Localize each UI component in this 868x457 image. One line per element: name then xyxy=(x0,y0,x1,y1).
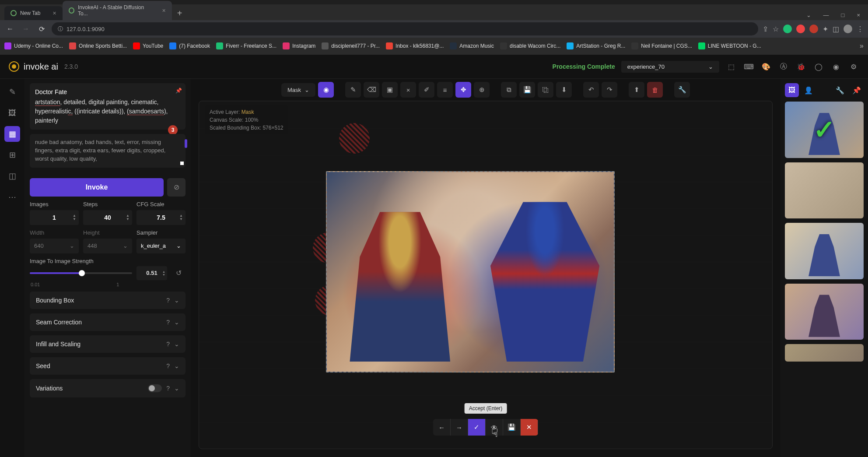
eraser-tool-button[interactable]: ⌫ xyxy=(364,82,379,98)
bug-icon[interactable]: 🐞 xyxy=(795,61,807,72)
model-selector[interactable]: experience_70 ⌄ xyxy=(621,61,719,73)
browser-tab[interactable]: New Tab × xyxy=(4,6,63,20)
bookmark-item[interactable]: Online Sports Betti... xyxy=(69,42,127,49)
save-staging-button[interactable]: 💾 xyxy=(503,419,521,436)
keyboard-icon[interactable]: ⌨ xyxy=(743,61,754,72)
postprocess-tab[interactable]: ◫ xyxy=(4,168,20,184)
canvas-viewport[interactable]: Active Layer: Mask Canvas Scale: 100% Sc… xyxy=(199,101,773,449)
copy-canvas-button[interactable]: ⿻ xyxy=(538,82,553,98)
reset-view-button[interactable]: ⊕ xyxy=(474,82,490,98)
bounding-box-accordion[interactable]: Bounding Box?⌄ xyxy=(30,292,186,309)
variations-accordion[interactable]: Variations?⌄ xyxy=(30,379,186,397)
download-button[interactable]: ⬇ xyxy=(556,82,572,98)
training-tab[interactable]: ⋯ xyxy=(4,189,20,205)
gallery-thumbnail[interactable] xyxy=(785,102,864,158)
images-input[interactable]: 1▲▼ xyxy=(30,210,79,225)
unified-canvas-tab[interactable]: ▦ xyxy=(4,126,20,142)
negative-prompt-input[interactable]: nude bad anatomy, bad hands, text, error… xyxy=(30,134,186,168)
menu-icon[interactable]: ⋮ xyxy=(857,25,864,33)
github-icon[interactable]: ◯ xyxy=(813,61,824,72)
lines-icon[interactable]: ≡ xyxy=(437,82,453,98)
img2img-tab[interactable]: 🖼 xyxy=(4,105,20,121)
width-select[interactable]: 640⌄ xyxy=(30,239,79,253)
stepper-icon[interactable]: ▲▼ xyxy=(126,214,130,221)
slider-thumb[interactable] xyxy=(79,270,85,276)
close-icon[interactable]: × xyxy=(162,7,165,14)
reset-strength-button[interactable]: ↺ xyxy=(172,266,186,280)
bookmark-item[interactable]: discipleneil777 - Pr... xyxy=(322,42,380,49)
extension-icon[interactable] xyxy=(809,25,818,33)
mask-toggle-button[interactable]: ◉ xyxy=(318,82,334,98)
bookmark-item[interactable]: LINE WEBTOON - G... xyxy=(698,42,761,49)
help-icon[interactable]: ? xyxy=(166,362,170,369)
minimize-icon[interactable]: — xyxy=(819,10,833,20)
share-icon[interactable]: ⇪ xyxy=(763,25,768,33)
variations-toggle[interactable] xyxy=(148,384,162,392)
cube-icon[interactable]: ⬚ xyxy=(725,61,737,72)
discard-staging-button[interactable]: ✕ xyxy=(521,419,538,436)
layer-select[interactable]: Mask⌄ xyxy=(281,83,315,97)
gallery-user-tab[interactable]: 👤 xyxy=(802,83,816,97)
bookmark-item[interactable]: Inbox - klk56831@... xyxy=(386,42,444,49)
bookmark-item[interactable]: ArtStation - Greg R... xyxy=(567,42,625,49)
brush-tool-button[interactable]: ✎ xyxy=(345,82,361,98)
generated-image[interactable] xyxy=(326,171,615,373)
url-input[interactable]: ⓘ 127.0.0.1:9090 xyxy=(52,22,758,35)
gallery-settings-icon[interactable]: 🔧 xyxy=(833,83,847,97)
scrollbar-thumb[interactable] xyxy=(185,139,187,148)
undo-button[interactable]: ↶ xyxy=(583,82,599,98)
seed-accordion[interactable]: Seed?⌄ xyxy=(30,357,186,375)
reload-button[interactable]: ⟳ xyxy=(36,23,47,35)
gallery-thumbnail[interactable] xyxy=(785,223,864,279)
avatar-icon[interactable] xyxy=(844,25,852,33)
gallery-thumbnail[interactable] xyxy=(785,344,864,362)
info-icon[interactable]: ⓘ xyxy=(58,25,63,33)
forward-button[interactable]: → xyxy=(20,23,32,35)
strength-slider[interactable] xyxy=(30,272,132,274)
bookmark-item[interactable]: disable Wacom Circ... xyxy=(500,42,560,49)
language-icon[interactable]: Ⓐ xyxy=(778,61,789,72)
merge-button[interactable]: ⧉ xyxy=(501,82,517,98)
bookmark-item[interactable]: YouTube xyxy=(133,42,163,49)
accept-staging-button[interactable]: ✓ xyxy=(468,419,486,436)
help-icon[interactable]: ? xyxy=(166,341,170,348)
toggle-show-button[interactable]: 👁 xyxy=(486,419,503,436)
new-tab-button[interactable]: + xyxy=(172,7,188,20)
prev-staging-button[interactable]: ← xyxy=(433,419,451,436)
extension-icon[interactable] xyxy=(783,25,792,33)
upload-button[interactable]: ⬆ xyxy=(629,82,644,98)
stepper-icon[interactable]: ▲▼ xyxy=(73,214,76,221)
settings-gear-icon[interactable]: ⚙ xyxy=(848,61,859,72)
back-button[interactable]: ← xyxy=(4,23,16,35)
move-tool-button[interactable]: ✥ xyxy=(455,82,471,98)
invoke-button[interactable]: Invoke xyxy=(30,178,164,197)
clear-canvas-button[interactable]: 🗑 xyxy=(647,82,663,98)
height-select[interactable]: 448⌄ xyxy=(83,239,132,253)
bookmark-item[interactable]: Neil Fontaine | CGS... xyxy=(631,42,692,49)
help-icon[interactable]: ? xyxy=(166,385,170,392)
sidepanel-icon[interactable]: ◫ xyxy=(833,25,839,33)
close-window-icon[interactable]: × xyxy=(852,10,864,20)
positive-prompt-input[interactable]: 📌 Doctor Fate artstation, detailed, digi… xyxy=(30,83,186,130)
bookmarks-overflow-icon[interactable]: » xyxy=(860,42,864,50)
next-staging-button[interactable]: → xyxy=(451,419,468,436)
gallery-thumbnail[interactable] xyxy=(785,162,864,219)
color-picker-button[interactable]: ✐ xyxy=(419,82,434,98)
nodes-tab[interactable]: ⊞ xyxy=(4,147,20,163)
gallery-thumbnail[interactable] xyxy=(785,284,864,340)
sampler-select[interactable]: k_euler_a⌄ xyxy=(136,239,186,253)
stepper-icon[interactable]: ▲▼ xyxy=(179,214,183,221)
browser-tab[interactable]: InvokeAI - A Stable Diffusion To... × xyxy=(63,1,172,20)
bookmark-item[interactable]: (7) Facebook xyxy=(169,42,210,49)
fill-tool-button[interactable]: ▣ xyxy=(382,82,398,98)
gallery-results-tab[interactable]: 🖼 xyxy=(785,83,799,97)
extensions-icon[interactable]: ✦ xyxy=(822,25,828,33)
infill-scaling-accordion[interactable]: Infill and Scaling?⌄ xyxy=(30,335,186,353)
cfg-input[interactable]: 7.5▲▼ xyxy=(136,210,186,225)
bookmark-item[interactable]: Amazon Music xyxy=(450,42,494,49)
strength-value-input[interactable]: 0.51▲▼ xyxy=(136,266,167,280)
save-canvas-button[interactable]: 💾 xyxy=(519,82,535,98)
close-icon[interactable]: × xyxy=(52,10,56,17)
txt2img-tab[interactable]: ✎ xyxy=(4,84,20,100)
steps-input[interactable]: 40▲▼ xyxy=(83,210,132,225)
